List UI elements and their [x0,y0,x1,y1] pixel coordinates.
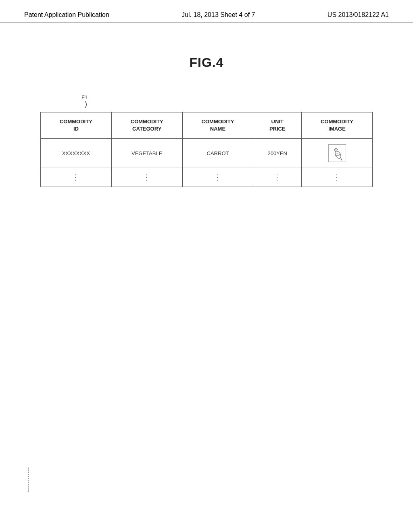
header-center: Jul. 18, 2013 Sheet 4 of 7 [181,11,255,19]
dots-cell-2: ⋮ [111,168,182,187]
th-commodity-category: COMMODITY CATEGORY [111,112,182,139]
th-commodity-image: COMMODITY IMAGE [302,112,373,139]
commodity-table: COMMODITY ID COMMODITY CATEGORY COMMODIT… [40,112,373,187]
th-commodity-name: COMMODITY NAME [182,112,253,139]
cell-commodity-category: VEGETABLE [111,139,182,168]
content-area: F1 ) COMMODITY ID COMMODITY CATEGORY COM… [0,70,413,187]
dots-cell-1: ⋮ [41,168,112,187]
th-unit-price: UNIT PRICE [253,112,302,139]
table-wrapper: COMMODITY ID COMMODITY CATEGORY COMMODIT… [40,112,373,187]
th-commodity-id: COMMODITY ID [41,112,112,139]
header-right: US 2013/0182122 A1 [327,11,389,19]
cell-commodity-image [302,139,373,168]
table-dots-row: ⋮ ⋮ ⋮ ⋮ ⋮ [41,168,373,187]
f1-container: F1 ) [40,94,373,110]
f1-label: F1 [81,94,88,100]
cell-commodity-id: XXXXXXXX [41,139,112,168]
dots-cell-3: ⋮ [182,168,253,187]
table-row: XXXXXXXX VEGETABLE CARROT 200YEN [41,139,373,168]
bottom-note [24,468,29,492]
table-header-row: COMMODITY ID COMMODITY CATEGORY COMMODIT… [41,112,373,139]
header-left: Patent Application Publication [24,11,109,19]
cell-commodity-name: CARROT [182,139,253,168]
dashed-line [28,468,29,492]
page-header: Patent Application Publication Jul. 18, … [0,0,413,23]
dots-cell-4: ⋮ [253,168,302,187]
carrot-image [328,144,346,162]
cell-unit-price: 200YEN [253,139,302,168]
dots-cell-5: ⋮ [302,168,373,187]
figure-title: FIG.4 [0,55,413,70]
f1-arrow: ) [85,100,87,108]
